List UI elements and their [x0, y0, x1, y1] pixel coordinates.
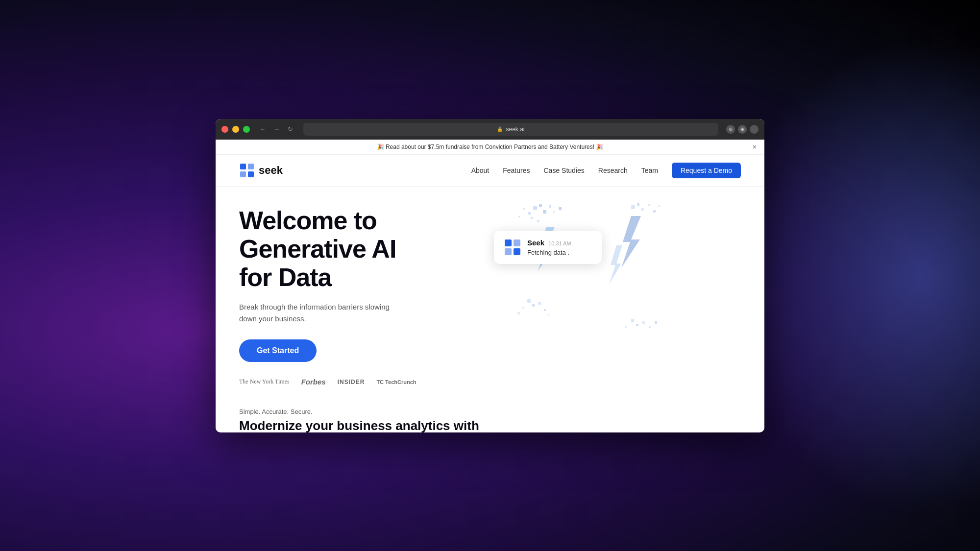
- svg-rect-23: [517, 312, 520, 314]
- svg-rect-22: [544, 309, 546, 311]
- nav-research[interactable]: Research: [598, 167, 628, 174]
- chat-logo-icon: [504, 239, 521, 256]
- svg-rect-7: [523, 208, 525, 210]
- nav-team[interactable]: Team: [641, 167, 658, 174]
- window-controls: [221, 126, 250, 133]
- hero-section: Welcome to Generative AI for Data Break …: [216, 187, 764, 398]
- minimize-button[interactable]: [232, 126, 239, 133]
- hero-title: Welcome to Generative AI for Data: [239, 206, 484, 292]
- svg-rect-2: [240, 171, 246, 177]
- svg-rect-34: [649, 326, 651, 328]
- close-banner-button[interactable]: ×: [753, 143, 757, 151]
- svg-rect-40: [514, 248, 520, 255]
- svg-rect-30: [658, 205, 660, 207]
- forward-button[interactable]: →: [271, 124, 282, 134]
- svg-rect-27: [641, 208, 644, 211]
- refresh-button[interactable]: ↻: [285, 124, 295, 134]
- svg-rect-31: [631, 319, 634, 322]
- hero-title-line2: Generative AI: [239, 235, 396, 263]
- address-bar[interactable]: 🔒 seek.ai: [303, 123, 718, 136]
- chat-brand-name: Seek: [527, 239, 544, 247]
- nav-about[interactable]: About: [471, 167, 490, 174]
- hero-title-line3: for Data: [239, 263, 331, 291]
- svg-rect-8: [543, 210, 546, 214]
- close-button[interactable]: [221, 126, 228, 133]
- press-insider: INSIDER: [338, 379, 365, 385]
- svg-rect-19: [532, 304, 535, 307]
- svg-rect-26: [637, 203, 639, 206]
- lock-icon: 🔒: [497, 126, 503, 132]
- svg-rect-25: [631, 205, 635, 209]
- hero-title-line1: Welcome to: [239, 206, 377, 235]
- nav-case-studies[interactable]: Case Studies: [544, 167, 585, 174]
- bottom-section: Simple. Accurate. Secure. Modernize your…: [216, 398, 764, 432]
- chat-timestamp: 10:31 AM: [548, 240, 571, 246]
- chat-content: Seek 10:31 AM Fetching data .: [527, 239, 571, 256]
- svg-rect-9: [549, 205, 551, 208]
- menu-icon[interactable]: ⋯: [750, 125, 759, 134]
- svg-marker-16: [621, 216, 641, 268]
- decoration-svg: [504, 201, 670, 338]
- svg-rect-37: [505, 240, 512, 246]
- website-content: 🎉 Read about our $7.5m fundraise from Co…: [216, 140, 764, 432]
- section-title-line1: Modernize your business analytics with: [239, 418, 479, 432]
- svg-rect-4: [533, 206, 537, 210]
- svg-rect-20: [522, 307, 524, 309]
- svg-rect-24: [548, 314, 549, 315]
- browser-window: ← → ↻ 🔒 seek.ai ⊕ ◉ ⋯ 🎉 Read about our $…: [216, 119, 764, 432]
- svg-rect-38: [514, 240, 520, 246]
- svg-rect-1: [248, 164, 254, 169]
- svg-rect-39: [505, 248, 512, 255]
- svg-rect-12: [531, 217, 533, 219]
- logo-icon: [239, 163, 255, 178]
- svg-rect-32: [636, 324, 638, 326]
- maximize-button[interactable]: [243, 126, 250, 133]
- svg-rect-14: [518, 216, 520, 217]
- svg-rect-11: [559, 207, 562, 210]
- chat-message: Fetching data .: [527, 249, 571, 256]
- svg-rect-33: [642, 321, 645, 324]
- get-started-button[interactable]: Get Started: [239, 339, 317, 362]
- svg-rect-28: [648, 204, 650, 206]
- nav-features[interactable]: Features: [503, 167, 530, 174]
- hero-subtitle: Break through the information barriers s…: [239, 301, 406, 325]
- svg-rect-10: [553, 211, 555, 213]
- extensions-icon[interactable]: ⊕: [726, 125, 735, 134]
- logo-text: seek: [259, 164, 283, 177]
- svg-rect-13: [537, 220, 539, 222]
- browser-nav: ← → ↻: [257, 124, 295, 134]
- hero-left: Welcome to Generative AI for Data Break …: [239, 206, 484, 386]
- svg-rect-29: [653, 210, 656, 213]
- nav-request-demo[interactable]: Request a Demo: [672, 163, 741, 178]
- svg-rect-0: [240, 164, 246, 169]
- section-eyebrow: Simple. Accurate. Secure.: [239, 408, 741, 415]
- svg-marker-17: [609, 245, 622, 285]
- svg-rect-6: [528, 212, 531, 215]
- site-nav: seek About Features Case Studies Researc…: [216, 155, 764, 187]
- nav-links: About Features Case Studies Research Tea…: [471, 163, 741, 178]
- back-button[interactable]: ←: [257, 124, 268, 134]
- press-tc: TC TechCrunch: [376, 379, 416, 385]
- press-logos: The New York Times Forbes INSIDER TC Tec…: [239, 378, 484, 386]
- profile-icon[interactable]: ◉: [738, 125, 747, 134]
- site-logo[interactable]: seek: [239, 163, 283, 178]
- announcement-text: 🎉 Read about our $7.5m fundraise from Co…: [377, 144, 604, 150]
- browser-chrome: ← → ↻ 🔒 seek.ai ⊕ ◉ ⋯: [216, 119, 764, 140]
- press-nyt: The New York Times: [239, 378, 290, 385]
- press-forbes: Forbes: [301, 378, 326, 386]
- chat-card: Seek 10:31 AM Fetching data .: [494, 231, 602, 264]
- svg-rect-36: [625, 326, 627, 328]
- chat-header: Seek 10:31 AM: [527, 239, 571, 247]
- url-text: seek.ai: [506, 126, 524, 133]
- svg-rect-21: [538, 302, 541, 305]
- svg-rect-35: [655, 321, 657, 324]
- svg-rect-5: [539, 204, 542, 207]
- svg-rect-3: [248, 171, 254, 177]
- section-title: Modernize your business analytics with g…: [239, 418, 741, 432]
- announcement-banner: 🎉 Read about our $7.5m fundraise from Co…: [216, 140, 764, 155]
- browser-toolbar-right: ⊕ ◉ ⋯: [726, 125, 759, 134]
- hero-right: Seek 10:31 AM Fetching data .: [484, 201, 670, 348]
- svg-rect-18: [527, 299, 531, 303]
